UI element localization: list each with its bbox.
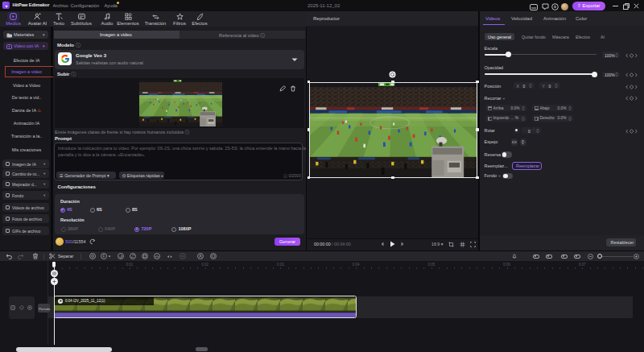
svg-text:F: F bbox=[102, 255, 105, 259]
